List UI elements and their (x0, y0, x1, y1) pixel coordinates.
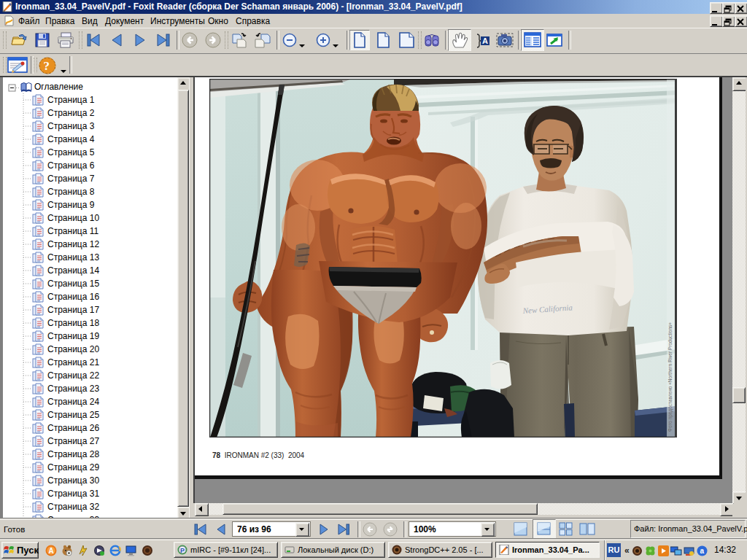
svg-text:?: ? (44, 59, 50, 73)
svg-text:P: P (180, 547, 185, 554)
svg-text:a: a (700, 547, 705, 555)
svg-text:A: A (49, 547, 54, 555)
svg-text:A: A (482, 36, 488, 45)
svg-text:Фото предоставлено «Northern R: Фото предоставлено «Northern River Produ… (667, 322, 673, 432)
